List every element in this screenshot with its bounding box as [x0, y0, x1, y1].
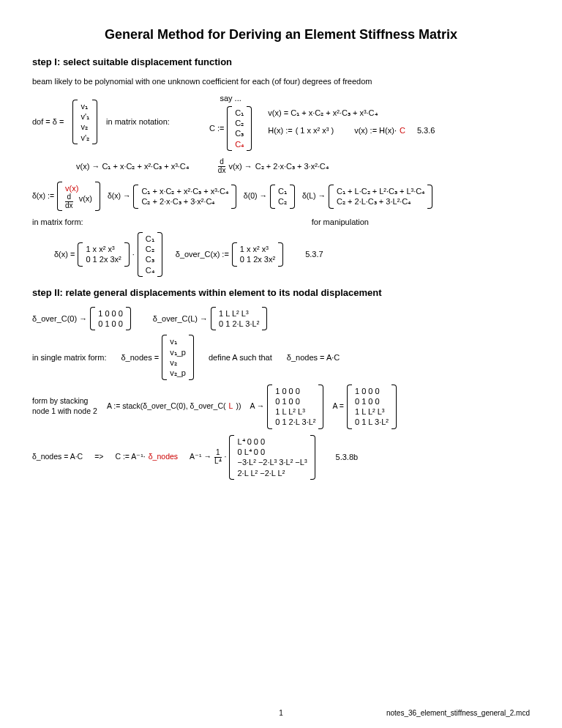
- vx-HC: v(x) := H(x)·: [354, 125, 397, 135]
- filename: notes_36_element_stiffness_general_2.mcd: [386, 708, 530, 718]
- delta-over-C-def: δ_over_C(x) :=: [176, 249, 229, 259]
- doC0-lhs: δ_over_C(0) →: [32, 313, 87, 324]
- v-arrow: v(x) → C₁ + x·C₂ + x²·C₃ + x³·C₄: [76, 161, 189, 171]
- doC0-r1: 1 0 0 0: [98, 308, 123, 319]
- ref-536: 5.3.6: [417, 125, 435, 135]
- delta0-arrow: δ(0) →: [244, 191, 267, 201]
- delta-x-mat: C₁ + x·C₂ + x²·C₃ + x³·C₄ C₂ + 2·x·C₃ + …: [133, 185, 236, 209]
- for-manipulation: for manipulation: [312, 217, 369, 227]
- define-A: define A such that: [209, 352, 272, 363]
- delta-x-r1: C₁ + x·C₂ + x²·C₃ + x³·C₄: [141, 186, 228, 196]
- dnodes-AC-2: δ_nodes = A·C: [32, 452, 83, 462]
- doC-mat: 1 x x² x³ 0 1 2x 3x²: [232, 242, 283, 267]
- vx-HC-C: C: [400, 125, 405, 135]
- dof-vector: v₁ v'₁ v₂ v'₂: [72, 100, 97, 144]
- A-def: A := stack(δ_over_C(0), δ_over_C(: [107, 401, 226, 412]
- dnodes-AC: δ_nodes = A·C: [287, 352, 340, 363]
- C-label: C :=: [209, 123, 224, 133]
- Ainv-mat: L⁴ 0 0 0 0 L⁴ 0 0 −3·L² −2·L³ 3·L² −L³ 2…: [229, 435, 315, 480]
- C2: C₂: [235, 118, 244, 128]
- single-matrix: in single matrix form:: [32, 352, 106, 363]
- dnodes-vec: v₁ v₁_p v₂ v₂_p: [162, 335, 194, 379]
- delta0-mat: C₁ C₂: [270, 185, 295, 209]
- step1-intro: beam likely to be polynomial with one un…: [32, 76, 530, 86]
- A-mat: 1 0 0 0 0 1 0 0 1 L L² L³ 0 1 2·L 3·L²: [267, 385, 323, 429]
- dof-v1: v₁: [80, 101, 88, 111]
- stack-note: form by stacking node 1 with node 2: [32, 396, 98, 416]
- A-def-L: L: [229, 401, 233, 412]
- C-assign: C := A⁻¹·: [115, 452, 145, 462]
- C1: C₁: [235, 108, 244, 118]
- implies: =>: [94, 452, 103, 462]
- in-matrix-notation: in matrix notation:: [106, 116, 170, 127]
- dnodes-eq: δ_nodes =: [121, 352, 159, 363]
- ref-537: 5.3.7: [305, 249, 323, 259]
- doCL-mat: 1 L L² L³ 0 1 2·L 3·L²: [211, 307, 267, 331]
- delta0-r1: C₁: [278, 186, 287, 196]
- dof-v2p: v'₂: [80, 133, 89, 143]
- doC0-mat: 1 0 0 0 0 1 0 0: [90, 307, 131, 331]
- delta-x-eq: δ(x) =: [54, 249, 75, 259]
- doC0-r2: 0 1 0 0: [98, 319, 123, 329]
- vx-poly: v(x) = C₁ + x·C₂ + x²·C₃ + x³·C₄: [268, 108, 435, 118]
- dof-label: dof = δ =: [32, 116, 64, 127]
- A-def-tail: )): [236, 401, 241, 412]
- doCL-r2: 0 1 2·L 3·L²: [219, 319, 259, 329]
- C-vector: C₁ C₂ C₃ C₄: [227, 106, 252, 151]
- A-eq: A =: [332, 401, 343, 412]
- one-over-L4: 1L⁴: [214, 449, 222, 465]
- mat2x4-r2: 0 1 2x 3x²: [86, 254, 121, 264]
- C-vector-2: C₁ C₂ C₃ C₄: [138, 232, 162, 277]
- delta-def-top: v(x): [65, 183, 78, 193]
- ddx-icon: ddx: [218, 158, 226, 174]
- page-title: General Method for Deriving an Element S…: [32, 26, 530, 43]
- deltaL-arrow: δ(L) →: [302, 191, 326, 201]
- mat2x4-r1: 1 x x² x³: [86, 244, 114, 254]
- A2-mat: 1 0 0 0 0 1 0 0 1 L L² L³ 0 1 L 3·L²: [347, 385, 397, 429]
- delta0-r2: C₂: [278, 196, 287, 207]
- deltaL-r2: C₂ + 2·L·C₃ + 3·L²·C₄: [337, 196, 411, 207]
- page-number: 1: [279, 708, 283, 718]
- C4: C₄: [235, 139, 244, 149]
- H-row: ( 1 x x² x³ ): [296, 125, 334, 135]
- in-matrix-form: in matrix form:: [32, 217, 83, 227]
- step1-heading: step I: select suitable displacement fun…: [32, 56, 530, 69]
- mat2x4: 1 x x² x³ 0 1 2x 3x²: [78, 242, 129, 267]
- delta-def-lhs: δ(x) :=: [32, 191, 54, 201]
- dv-rhs: C₂ + 2·x·C₃ + 3·x²·C₄: [255, 161, 329, 171]
- dof-v1p: v'₁: [80, 111, 89, 122]
- C3: C₃: [235, 128, 244, 138]
- step2-heading: step II: relate general displacements wi…: [32, 287, 530, 300]
- say-label: say ...: [220, 93, 241, 103]
- doCL-r1: 1 L L² L³: [219, 308, 249, 319]
- doCL-lhs: δ_over_C(L) →: [153, 313, 208, 324]
- A-arrow: A →: [250, 401, 264, 412]
- Ainv-lhs: A⁻¹ →: [190, 452, 211, 462]
- dof-v2: v₂: [80, 122, 88, 132]
- deltaL-r1: C₁ + L·C₂ + L²·C₃ + L³·C₄: [337, 186, 424, 196]
- deltaL-mat: C₁ + L·C₂ + L²·C₃ + L³·C₄ C₂ + 2·L·C₃ + …: [329, 185, 432, 209]
- H-label: H(x) :=: [268, 125, 292, 135]
- C-assign-red: δ_nodes: [149, 452, 178, 462]
- delta-x-arrow: δ(x) →: [108, 191, 131, 201]
- delta-x-r2: C₂ + 2·x·C₃ + 3·x²·C₄: [141, 196, 214, 207]
- delta-def-vec: v(x) ddxv(x): [57, 182, 100, 211]
- ref-538b: 5.3.8b: [336, 452, 359, 462]
